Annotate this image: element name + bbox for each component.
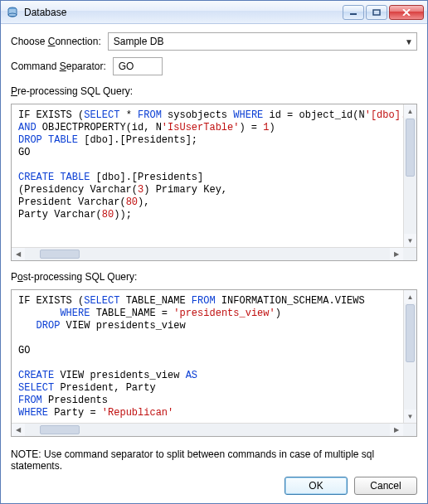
minimize-button[interactable] <box>343 5 364 20</box>
scrollbar-corner <box>403 424 416 436</box>
dialog-footer: OK Cancel <box>1 477 427 503</box>
connection-row: Choose Connection: Sample DB ▼ <box>11 32 417 51</box>
window-controls <box>343 5 424 20</box>
database-icon <box>6 6 19 19</box>
vertical-scrollbar[interactable]: ▲ ▼ <box>403 290 416 423</box>
connection-combo[interactable]: Sample DB ▼ <box>108 32 417 51</box>
scrollbar-thumb[interactable] <box>406 119 415 177</box>
svg-rect-3 <box>373 10 380 15</box>
note-text: NOTE: Use command separator to split bet… <box>11 448 417 472</box>
scroll-left-icon[interactable]: ◀ <box>12 248 25 260</box>
choose-connection-label: Choose Connection: <box>11 36 101 47</box>
dialog-content: Choose Connection: Sample DB ▼ Command S… <box>1 24 427 477</box>
vertical-scrollbar[interactable]: ▲ ▼ <box>403 104 416 247</box>
database-dialog: Database Choose Connection: Sample DB ▼ … <box>0 0 428 504</box>
pre-query-label: Pre-processing SQL Query: <box>11 85 417 97</box>
post-query-text[interactable]: IF EXISTS (SELECT TABLE_NAME FROM INFORM… <box>12 290 403 423</box>
post-query-editor[interactable]: IF EXISTS (SELECT TABLE_NAME FROM INFORM… <box>11 289 417 437</box>
pre-query-editor[interactable]: IF EXISTS (SELECT * FROM sysobjects WHER… <box>11 104 417 261</box>
separator-row: Command Separator: <box>11 57 417 75</box>
horizontal-scrollbar[interactable]: ◀ ▶ <box>12 247 416 260</box>
close-button[interactable] <box>389 5 424 20</box>
chevron-down-icon: ▼ <box>405 37 413 46</box>
scroll-up-icon[interactable]: ▲ <box>404 290 416 303</box>
svg-rect-2 <box>350 13 357 15</box>
scroll-right-icon[interactable]: ▶ <box>390 424 403 436</box>
pre-query-text[interactable]: IF EXISTS (SELECT * FROM sysobjects WHER… <box>12 104 403 247</box>
scrollbar-thumb[interactable] <box>40 250 80 259</box>
command-separator-input[interactable] <box>113 57 163 75</box>
titlebar[interactable]: Database <box>1 1 427 24</box>
command-separator-label: Command Separator: <box>11 61 106 72</box>
cancel-button[interactable]: Cancel <box>354 477 417 495</box>
horizontal-scrollbar[interactable]: ◀ ▶ <box>12 423 416 436</box>
scrollbar-thumb[interactable] <box>406 304 415 362</box>
scroll-up-icon[interactable]: ▲ <box>404 104 416 118</box>
ok-button[interactable]: OK <box>285 477 348 495</box>
maximize-button[interactable] <box>366 5 387 20</box>
scroll-left-icon[interactable]: ◀ <box>12 424 25 436</box>
scroll-right-icon[interactable]: ▶ <box>390 248 403 260</box>
connection-value: Sample DB <box>114 36 164 47</box>
scrollbar-thumb[interactable] <box>40 425 80 434</box>
window-title: Database <box>24 7 343 18</box>
scroll-down-icon[interactable]: ▼ <box>404 234 416 247</box>
scrollbar-corner <box>403 248 416 260</box>
scroll-down-icon[interactable]: ▼ <box>404 410 416 423</box>
post-query-label: Post-processing SQL Query: <box>11 271 417 283</box>
